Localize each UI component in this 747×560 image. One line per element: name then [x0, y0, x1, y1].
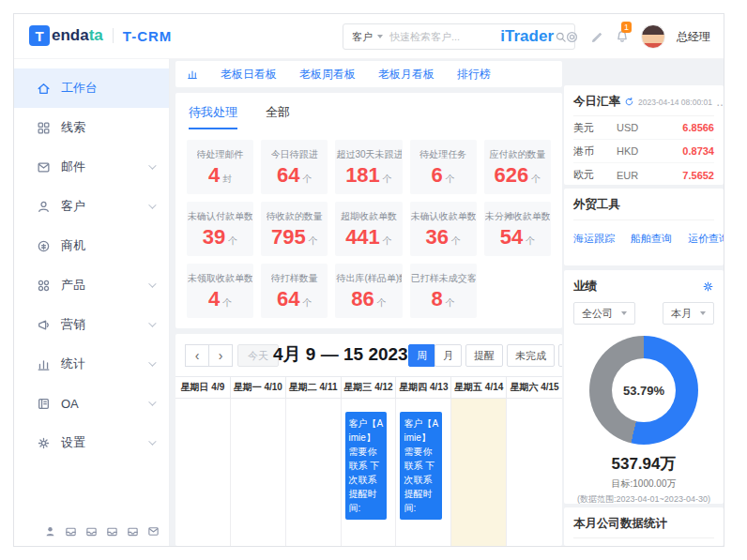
calendar-day-column[interactable]: [507, 399, 562, 546]
stat-tile[interactable]: 待处理任务6个: [410, 140, 477, 194]
board-tab-0[interactable]: 老板日看板: [221, 67, 277, 83]
stat-tile[interactable]: 未领取收款单数4个: [187, 264, 253, 318]
avatar[interactable]: [641, 24, 665, 49]
sidebar-item-label: OA: [61, 397, 79, 411]
app-window: T enda ta T-CRM 客户 iTrader 1 总经理 工作台: [13, 13, 724, 547]
tab-pending-mine[interactable]: 待我处理: [189, 104, 237, 129]
stat-tile[interactable]: 待打样数量64个: [261, 264, 328, 318]
stat-value: 54个: [500, 227, 535, 248]
calendar-event[interactable]: 客户【Aimie】需要你联系 下次联系提醒时间:: [345, 412, 388, 520]
calendar-day-column[interactable]: 客户【Aimie】需要你联系 下次联系提醒时间:: [396, 399, 451, 546]
calendar-nav: ‹ ›: [185, 344, 233, 367]
user-icon: [37, 200, 51, 214]
stat-label: 未确认付款单数: [188, 210, 252, 223]
person-icon[interactable]: [44, 525, 56, 537]
sidebar-item-marketing[interactable]: 营销: [14, 305, 169, 344]
stat-number: 6: [432, 165, 443, 186]
calendar-day-column[interactable]: [451, 399, 507, 546]
scope-select[interactable]: 全公司: [573, 302, 635, 325]
view-button-4[interactable]: 我指派的: [558, 344, 562, 367]
stat-unit: 个: [228, 236, 237, 246]
calendar-toolbar: ‹ › 今天 4月 9 — 15 2023 周月提醒未完成我指派的: [175, 342, 562, 371]
stat-tile[interactable]: 超过30天未跟进客户181个: [335, 140, 402, 194]
globe-icon[interactable]: [565, 30, 579, 44]
mail-icon[interactable]: [147, 525, 160, 537]
stat-tile[interactable]: 应付款的数量626个: [484, 140, 551, 194]
stat-value: 36个: [425, 227, 460, 248]
view-button-1[interactable]: 月: [434, 344, 462, 367]
search-category-label: 客户: [352, 30, 373, 44]
user-name[interactable]: 总经理: [677, 29, 710, 45]
day-header-cell: 星期二 4/11: [286, 377, 342, 398]
sidebar-item-user[interactable]: 客户: [14, 187, 169, 226]
exchange-header: 今日汇率 2023-04-14 08:00:01 …: [573, 94, 714, 116]
stat-value: 8个: [432, 289, 455, 310]
tray-icon[interactable]: [65, 525, 77, 537]
view-button-0[interactable]: 周: [408, 344, 435, 367]
refresh-icon[interactable]: [624, 97, 634, 107]
stat-tile[interactable]: 待收款的数量795个: [261, 202, 328, 256]
stat-label: 未分摊收款单数: [485, 210, 550, 223]
chevron-down-icon: [148, 201, 156, 208]
stat-number: 86: [351, 289, 374, 310]
stat-tile[interactable]: 已打样未成交客户数8个: [410, 264, 477, 318]
marketing-icon: [37, 318, 51, 332]
stat-tile[interactable]: 待出库(样品单)数量86个: [335, 264, 402, 318]
calendar-event[interactable]: 客户【Aimie】需要你联系 下次联系提醒时间:: [400, 412, 442, 520]
currency-name: 港币: [573, 144, 617, 159]
bell-icon[interactable]: 1: [615, 29, 630, 44]
sidebar-item-settings[interactable]: 设置: [14, 423, 169, 462]
stat-tile[interactable]: 待处理邮件4封: [187, 140, 253, 194]
sidebar-item-clue[interactable]: 线索: [14, 108, 169, 147]
tool-link-2[interactable]: 运价查询: [688, 232, 724, 246]
period-value: 本月: [671, 307, 692, 321]
view-button-3[interactable]: 未完成: [507, 344, 555, 367]
board-tab-3[interactable]: 排行榜: [457, 67, 491, 83]
board-tab-2[interactable]: 老板月看板: [378, 67, 434, 83]
stat-label: 未领取收款单数: [188, 272, 252, 285]
stat-tile[interactable]: 未确认收款单数36个: [410, 202, 477, 256]
sidebar-item-label: 工作台: [61, 80, 98, 97]
sidebar-item-mail[interactable]: 邮件: [14, 147, 169, 187]
stat-number: 626: [495, 165, 529, 186]
view-button-2[interactable]: 提醒: [465, 344, 503, 367]
stat-number: 8: [432, 289, 443, 310]
stat-label: 已打样未成交客户数: [411, 272, 476, 285]
calendar-day-column[interactable]: [231, 399, 286, 546]
prev-button[interactable]: ‹: [185, 344, 209, 367]
currency-rate: 6.8566: [682, 122, 714, 133]
currency-name: 美元: [573, 121, 617, 135]
tool-link-1[interactable]: 船舶查询: [631, 232, 672, 246]
day-header-cell: 星期日 4/9: [175, 377, 231, 398]
stat-tile[interactable]: 未确认付款单数39个: [187, 202, 253, 256]
calendar-day-column[interactable]: [286, 399, 342, 546]
stat-tile[interactable]: 今日待跟进64个: [261, 140, 328, 194]
product-icon: [37, 279, 51, 293]
stat-tile[interactable]: 超期收款单数441个: [335, 202, 402, 256]
search-category-select[interactable]: 客户: [343, 30, 389, 44]
calendar-day-column[interactable]: 客户【Aimie】需要你联系 下次联系提醒时间:: [342, 399, 397, 546]
more-icon[interactable]: …: [716, 99, 724, 105]
tray-icon[interactable]: [106, 525, 118, 537]
sidebar-item-biz[interactable]: 商机: [14, 226, 169, 265]
stat-tile[interactable]: 未分摊收款单数54个: [484, 202, 551, 256]
sidebar-item-product[interactable]: 产品: [14, 265, 169, 305]
calendar-day-column[interactable]: [175, 399, 231, 546]
stat-number: 4: [208, 165, 220, 186]
pen-icon[interactable]: [590, 30, 603, 43]
sidebar-item-stats[interactable]: 统计: [14, 344, 169, 384]
itrader-link[interactable]: iTrader: [500, 27, 554, 46]
performance-amount: 537.94万: [573, 453, 714, 475]
next-button[interactable]: ›: [208, 344, 233, 367]
gear-icon[interactable]: [702, 280, 714, 293]
board-tab-1[interactable]: 老板周看板: [299, 67, 356, 83]
sidebar-item-home[interactable]: 工作台: [14, 68, 169, 108]
sidebar-item-oa[interactable]: OA: [14, 384, 169, 423]
tray-icon[interactable]: [127, 525, 139, 537]
period-select[interactable]: 本月: [663, 302, 714, 325]
stat-number: 54: [500, 227, 523, 248]
tray-icon[interactable]: [85, 525, 98, 537]
tab-all[interactable]: 全部: [266, 104, 290, 129]
tool-links: 海运跟踪船舶查询运价查询: [573, 232, 714, 246]
tool-link-0[interactable]: 海运跟踪: [573, 232, 615, 246]
